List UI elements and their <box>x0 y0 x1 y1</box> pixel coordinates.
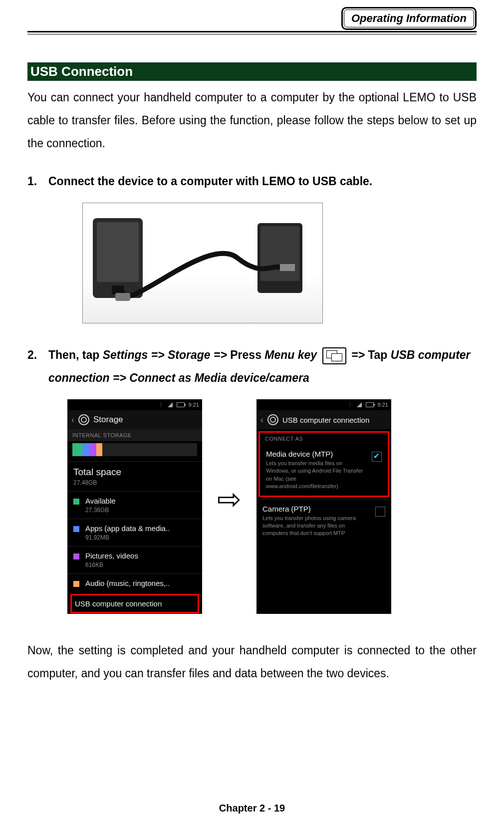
total-space-value: 27.48GB <box>73 479 196 486</box>
checkbox-checked-icon[interactable] <box>372 452 382 462</box>
status-bar: ⋮ 9:21 <box>67 399 202 410</box>
storage-row-audio[interactable]: Audio (music, ringtones,.. <box>67 573 202 594</box>
status-time: 9:21 <box>189 402 199 408</box>
intro-paragraph: You can connect your handheld computer t… <box>27 86 477 155</box>
bluetooth-icon: ⋮ <box>347 402 353 408</box>
option-mtp-sub: Lets you transfer media files on Windows… <box>266 460 367 491</box>
total-space-label: Total space <box>73 467 196 478</box>
step-2-pre: Then, tap <box>48 348 103 361</box>
storage-row-apps[interactable]: Apps (app data & media.. 91.92MB <box>67 519 202 546</box>
row-label: Pictures, videos <box>85 551 196 560</box>
screen2-titlebar: ‹ USB computer connection <box>256 410 391 429</box>
step-1: 1. Connect the device to a computer with… <box>27 170 477 193</box>
total-space-row[interactable]: Total space 27.48GB <box>67 461 202 491</box>
screenshot-usb-connection: ⋮ 9:21 ‹ USB computer connection CONNECT… <box>256 399 391 614</box>
bluetooth-icon: ⋮ <box>158 402 164 408</box>
battery-icon <box>366 402 374 407</box>
screen2-section-header: CONNECT AS <box>260 433 388 445</box>
color-swatch-icon <box>73 526 79 532</box>
row-label: Apps (app data & media.. <box>85 524 196 533</box>
option-ptp-label: Camera (PTP) <box>262 505 370 513</box>
option-ptp-sub: Lets you transfer photos using camera so… <box>262 515 370 538</box>
gear-icon <box>78 414 89 425</box>
storage-usage-bar <box>72 443 197 456</box>
screen2-title: USB computer connection <box>282 416 369 424</box>
svg-rect-6 <box>115 293 130 301</box>
row-sub: 616KB <box>85 561 196 568</box>
gear-icon <box>267 414 278 425</box>
screenshot-storage: ⋮ 9:21 ‹ Storage INTERNAL STORAGE Total … <box>67 399 202 614</box>
checkbox-unchecked-icon[interactable] <box>375 507 385 517</box>
chapter-tab: Operating Information <box>341 7 477 30</box>
step-1-text: Connect the device to a computer with LE… <box>48 170 477 193</box>
screen1-section-header: INTERNAL STORAGE <box>67 429 202 441</box>
color-swatch-icon <box>73 499 79 505</box>
back-icon[interactable]: ‹ <box>260 415 263 425</box>
chapter-tab-label: Operating Information <box>344 9 474 27</box>
row-sub: 27.36GB <box>85 507 196 514</box>
svg-rect-4 <box>260 226 299 281</box>
svg-rect-1 <box>97 222 139 282</box>
status-bar: ⋮ 9:21 <box>256 399 391 410</box>
section-title-bar: USB Connection <box>27 62 477 81</box>
storage-row-available[interactable]: Available 27.36GB <box>67 491 202 519</box>
step-1-number: 1. <box>27 170 48 193</box>
closing-paragraph: Now, the setting is completed and your h… <box>27 639 477 685</box>
step-2-menukey: Menu key <box>264 348 317 361</box>
option-mtp-label: Media device (MTP) <box>266 450 367 458</box>
row-label: Available <box>85 497 196 505</box>
cable-photo <box>82 203 323 323</box>
screenshots-row: ⋮ 9:21 ‹ Storage INTERNAL STORAGE Total … <box>67 399 477 614</box>
menu-key-icon <box>322 347 346 364</box>
battery-icon <box>177 402 185 407</box>
page-footer: Chapter 2 - 19 <box>0 803 504 814</box>
row-sub: 91.92MB <box>85 534 196 541</box>
signal-icon <box>168 402 173 407</box>
status-time: 9:21 <box>378 402 388 408</box>
arrow-right-icon: ⇨ <box>217 482 242 516</box>
option-ptp[interactable]: Camera (PTP) Lets you transfer photos us… <box>256 499 391 543</box>
step-2-path-1: Settings => Storage => <box>103 348 231 361</box>
back-icon[interactable]: ‹ <box>71 415 74 425</box>
screen1-title: Storage <box>93 415 123 425</box>
step-2-press: Press <box>230 348 264 361</box>
step-2-tap: Tap <box>368 348 391 361</box>
signal-icon <box>357 402 362 407</box>
color-swatch-icon <box>73 581 79 587</box>
step-2-arrow: => <box>351 348 368 361</box>
cable-illustration <box>83 203 322 323</box>
option-mtp[interactable]: Media device (MTP) Lets you transfer med… <box>260 445 388 496</box>
row-label: Audio (music, ringtones,.. <box>85 579 196 587</box>
header-rule-thin <box>27 34 477 34</box>
screen1-titlebar: ‹ Storage <box>67 410 202 429</box>
color-swatch-icon <box>73 553 79 559</box>
svg-rect-5 <box>280 264 295 271</box>
usb-connection-row-highlighted[interactable]: USB computer connection <box>70 594 199 613</box>
step-2-number: 2. <box>27 343 48 389</box>
storage-row-pictures[interactable]: Pictures, videos 616KB <box>67 546 202 573</box>
step-2-text: Then, tap Settings => Storage => Press M… <box>48 343 477 389</box>
step-2: 2. Then, tap Settings => Storage => Pres… <box>27 343 477 389</box>
header-rule <box>27 31 477 32</box>
